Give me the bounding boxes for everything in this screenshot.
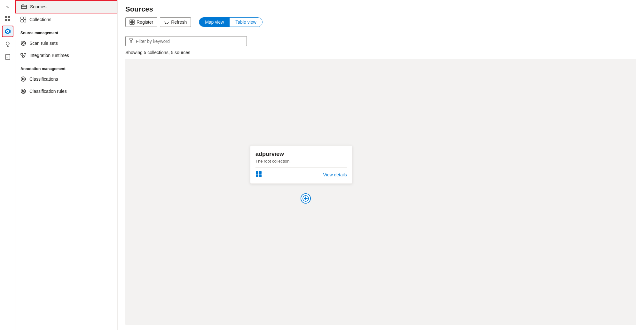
- svg-rect-45: [259, 171, 262, 174]
- sidebar: Sources Collections Source management: [15, 0, 118, 330]
- purview-nav-icon[interactable]: [2, 26, 13, 37]
- map-view: adpurview The root collection. View deta…: [125, 59, 636, 325]
- view-toggle: Map view Table view: [199, 17, 263, 27]
- svg-marker-43: [129, 39, 133, 43]
- svg-point-18: [21, 41, 26, 45]
- insights-nav-icon[interactable]: [2, 38, 13, 50]
- filter-input[interactable]: [136, 39, 243, 44]
- svg-rect-12: [21, 5, 27, 9]
- annotation-management-section: Annotation management: [15, 61, 117, 73]
- svg-rect-0: [5, 16, 7, 18]
- collections-nav-icon[interactable]: [2, 13, 13, 24]
- add-collection-button[interactable]: [301, 193, 311, 204]
- classification-rules-icon: [20, 88, 26, 94]
- toolbar-divider: [195, 18, 195, 27]
- page-title: Sources: [125, 5, 636, 13]
- svg-rect-10: [6, 57, 9, 57]
- svg-rect-1: [8, 16, 10, 18]
- integration-runtimes-label: Integration runtimes: [29, 53, 69, 58]
- policy-nav-icon[interactable]: [2, 51, 13, 63]
- svg-rect-11: [6, 58, 8, 58]
- svg-rect-42: [132, 22, 134, 24]
- collections-label: Collections: [29, 17, 51, 22]
- classifications-icon: [20, 76, 26, 82]
- refresh-button[interactable]: Refresh: [160, 17, 191, 27]
- svg-rect-2: [5, 19, 7, 21]
- sidebar-item-sources[interactable]: Sources: [15, 0, 117, 13]
- register-icon: [130, 20, 135, 25]
- svg-rect-39: [130, 20, 132, 22]
- sources-label: Sources: [30, 4, 46, 9]
- svg-rect-16: [21, 20, 23, 22]
- svg-rect-9: [6, 56, 9, 56]
- card-grid-icon: [255, 171, 262, 178]
- svg-rect-41: [130, 22, 132, 24]
- sidebar-item-scan-rule-sets[interactable]: Scan rule sets: [15, 37, 117, 49]
- svg-rect-25: [24, 53, 26, 55]
- card-subtitle: The root collection.: [255, 159, 347, 164]
- page-header: Sources Register Refresh: [118, 0, 644, 31]
- sidebar-item-collections[interactable]: Collections: [15, 13, 117, 26]
- scan-rule-sets-label: Scan rule sets: [29, 41, 58, 46]
- view-details-link[interactable]: View details: [323, 172, 347, 177]
- svg-rect-47: [259, 174, 262, 177]
- toolbar: Register Refresh Map view Table view: [125, 17, 636, 27]
- content-area: Showing 5 collections, 5 sources adpurvi…: [118, 31, 644, 330]
- svg-rect-17: [24, 20, 26, 22]
- filter-bar[interactable]: [125, 36, 247, 46]
- icon-rail: »: [0, 0, 15, 330]
- svg-rect-44: [256, 171, 258, 174]
- svg-rect-15: [24, 17, 26, 19]
- sidebar-item-integration-runtimes[interactable]: Integration runtimes: [15, 49, 117, 61]
- classifications-label: Classifications: [29, 76, 58, 82]
- showing-text: Showing 5 collections, 5 sources: [125, 50, 636, 55]
- card-title: adpurview: [255, 151, 347, 157]
- svg-point-19: [22, 42, 24, 44]
- collection-card: adpurview The root collection. View deta…: [250, 145, 352, 184]
- source-management-section: Source management: [15, 26, 117, 37]
- sources-icon: [21, 4, 27, 10]
- scan-rule-sets-icon: [20, 40, 26, 46]
- svg-rect-14: [21, 17, 23, 19]
- svg-point-5: [6, 42, 9, 45]
- main-content: Sources Register Refresh: [118, 0, 644, 330]
- svg-rect-3: [8, 19, 10, 21]
- expand-icon[interactable]: »: [2, 3, 13, 12]
- card-footer: View details: [255, 167, 347, 178]
- svg-rect-24: [21, 53, 23, 55]
- sidebar-item-classification-rules[interactable]: Classification rules: [15, 85, 117, 97]
- svg-point-4: [7, 31, 8, 32]
- svg-rect-46: [256, 174, 258, 177]
- refresh-icon: [164, 20, 169, 25]
- classification-rules-label: Classification rules: [29, 89, 67, 94]
- collections-sidebar-icon: [20, 17, 26, 22]
- svg-rect-40: [132, 20, 134, 22]
- sidebar-item-classifications[interactable]: Classifications: [15, 73, 117, 85]
- table-view-button[interactable]: Table view: [230, 18, 262, 27]
- integration-runtimes-icon: [20, 52, 26, 58]
- register-button[interactable]: Register: [125, 17, 157, 27]
- map-view-button[interactable]: Map view: [199, 18, 230, 27]
- filter-icon: [129, 38, 133, 44]
